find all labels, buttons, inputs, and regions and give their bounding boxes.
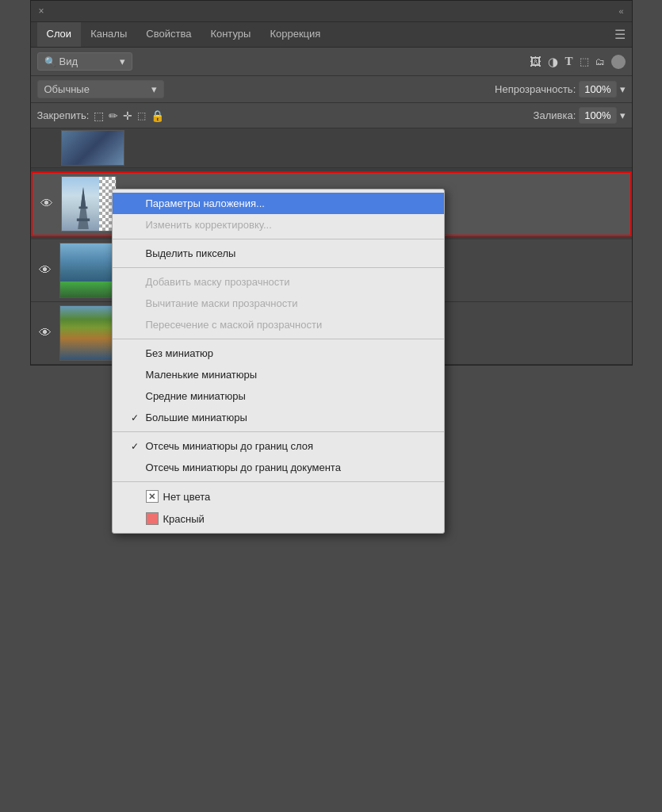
opacity-value[interactable]: 100% [579, 81, 616, 98]
menu-label-red: Красный [163, 513, 205, 525]
menu-label-no-color: Нет цвета [163, 491, 211, 503]
layer-row-top[interactable] [31, 128, 632, 168]
check-clip-layer: ✓ [128, 441, 141, 452]
layer-thumbnail-eiffel [61, 176, 117, 232]
lock-icons: ⬚ ✏ ✛ ⬚ 🔒 [94, 109, 164, 122]
layers-area: 👁 [31, 128, 632, 365]
menu-item-add-mask: Добавить маску прозрачности [113, 271, 444, 293]
menu-label-large-thumb: Большие миниатюры [146, 412, 247, 423]
layer-thumbnail-top [61, 130, 124, 166]
close-button[interactable]: × [39, 6, 44, 17]
separator-3 [113, 339, 444, 339]
lock-artboard-icon[interactable]: ⬚ [137, 110, 146, 121]
menu-label-blend: Параметры наложения... [146, 197, 265, 209]
menu-label-edit: Изменить корректировку... [146, 219, 272, 231]
text-filter-icon[interactable]: T [564, 55, 572, 68]
menu-item-edit-adjustment: Изменить корректировку... [113, 214, 444, 236]
separator-4 [113, 431, 444, 432]
blend-chevron-icon: ▾ [151, 83, 157, 95]
svg-rect-3 [78, 207, 87, 209]
lock-brush-icon[interactable]: ✏ [109, 109, 118, 122]
blend-mode-dropdown[interactable]: Обычные ▾ [37, 80, 164, 98]
menu-item-blend-options[interactable]: Параметры наложения... [113, 193, 444, 214]
fill-group: Заливка: 100% ▾ [534, 107, 626, 124]
menu-item-no-thumb[interactable]: Без миниатюр [113, 343, 444, 364]
adjustment-filter-icon[interactable]: ◑ [548, 55, 558, 69]
menu-item-clip-layer[interactable]: ✓ Отсечь миниатюры до границ слоя [113, 435, 444, 457]
collapse-button[interactable]: « [618, 6, 623, 16]
shape-filter-icon[interactable]: ⬚ [580, 56, 589, 67]
menu-label-select: Выделить пикселы [146, 247, 236, 259]
menu-item-red[interactable]: Красный [113, 508, 444, 530]
smartobject-filter-icon[interactable]: 🗂 [595, 56, 605, 67]
menu-item-medium-thumb[interactable]: Средние миниатюры [113, 385, 444, 407]
check-large-thumb: ✓ [128, 412, 141, 423]
eye-icon-paris[interactable]: 👁 [37, 263, 53, 278]
fill-value[interactable]: 100% [579, 107, 616, 124]
menu-item-subtract-mask: Вычитание маски прозрачности [113, 293, 444, 314]
lock-pixels-icon[interactable]: ⬚ [94, 109, 104, 122]
panel-menu-icon[interactable]: ☰ [614, 27, 626, 42]
tab-correction[interactable]: Коррекция [260, 22, 330, 47]
fill-label: Заливка: [534, 109, 576, 121]
lock-toolbar: Закрепить: ⬚ ✏ ✛ ⬚ 🔒 Заливка: 100% ▾ [31, 103, 632, 128]
layer-type-icons: 🖼 ◑ T ⬚ 🗂 [530, 55, 625, 69]
blend-mode-label: Обычные [44, 83, 90, 95]
layers-panel: × « Слои Каналы Свойства Контуры Коррекц… [30, 0, 633, 366]
selected-layer-container: 👁 [31, 171, 632, 236]
filter-label: Вид [59, 56, 78, 67]
separator-1 [113, 239, 444, 239]
opacity-chevron-icon[interactable]: ▾ [620, 83, 626, 95]
tab-channels[interactable]: Каналы [81, 22, 136, 47]
separator-2 [113, 267, 444, 268]
menu-label-medium-thumb: Средние миниатюры [146, 390, 246, 402]
eye-icon-autumn[interactable]: 👁 [37, 326, 53, 340]
separator-5 [113, 481, 444, 482]
tab-layers[interactable]: Слои [37, 22, 82, 47]
layer-thumbnail-autumn [59, 305, 115, 361]
context-menu: Параметры наложения... Изменить корректи… [112, 189, 445, 534]
menu-label-small-thumb: Маленькие миниатюры [146, 369, 258, 381]
menu-label-sub-mask: Вычитание маски прозрачности [146, 297, 298, 309]
menu-item-small-thumb[interactable]: Маленькие миниатюры [113, 364, 444, 385]
menu-label-clip-layer: Отсечь миниатюры до границ слоя [146, 440, 313, 452]
red-color-swatch [146, 512, 159, 525]
eye-icon-eiffel[interactable]: 👁 [39, 197, 55, 211]
filter-toggle[interactable] [611, 55, 626, 69]
menu-item-large-thumb[interactable]: ✓ Большие миниатюры [113, 407, 444, 428]
menu-item-select-pixels[interactable]: Выделить пикселы [113, 243, 444, 264]
filter-toolbar: 🔍 Вид ▾ 🖼 ◑ T ⬚ 🗂 [31, 48, 632, 76]
blend-toolbar: Обычные ▾ Непрозрачность: 100% ▾ [31, 76, 632, 103]
tab-paths[interactable]: Контуры [201, 22, 260, 47]
menu-label-int-mask: Пересечение с маской прозрачности [146, 319, 323, 331]
menu-item-intersect-mask: Пересечение с маской прозрачности [113, 314, 444, 335]
layer-thumbnail-paris [59, 243, 115, 298]
menu-label-clip-doc: Отсечь миниатюры до границ документа [146, 462, 341, 473]
image-filter-icon[interactable]: 🖼 [530, 55, 541, 68]
chevron-down-icon: ▾ [120, 56, 125, 67]
svg-marker-1 [80, 187, 86, 208]
lock-move-icon[interactable]: ✛ [123, 109, 132, 122]
lock-label: Закрепить: [37, 109, 90, 121]
search-icon: 🔍 [44, 56, 56, 67]
filter-dropdown[interactable]: 🔍 Вид ▾ [37, 52, 132, 71]
no-color-swatch: ✕ [146, 490, 159, 503]
opacity-label: Непрозрачность: [495, 83, 576, 95]
title-bar: × « [31, 1, 632, 22]
lock-all-icon[interactable]: 🔒 [151, 109, 164, 122]
svg-rect-2 [77, 219, 90, 221]
menu-label-no-thumb: Без миниатюр [146, 347, 214, 359]
tabs-row: Слои Каналы Свойства Контуры Коррекция ☰ [31, 22, 632, 48]
menu-item-no-color[interactable]: ✕ Нет цвета [113, 485, 444, 508]
menu-item-clip-doc[interactable]: Отсечь миниатюры до границ документа [113, 457, 444, 478]
menu-label-add-mask: Добавить маску прозрачности [146, 276, 290, 288]
fill-chevron-icon[interactable]: ▾ [620, 109, 626, 121]
tab-properties[interactable]: Свойства [136, 22, 201, 47]
opacity-group: Непрозрачность: 100% ▾ [495, 81, 625, 98]
